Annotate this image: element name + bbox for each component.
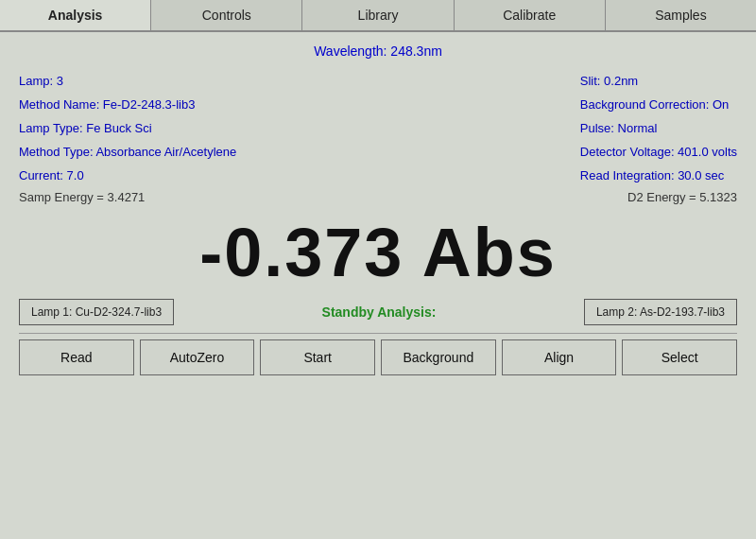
- right-info-item: Slit: 0.2nm: [580, 74, 737, 88]
- align-button[interactable]: Align: [502, 339, 617, 375]
- autozero-button[interactable]: AutoZero: [140, 339, 255, 375]
- left-info-item: Current: 7.0: [19, 168, 236, 183]
- right-info-item: Detector Voltage: 401.0 volts: [580, 145, 737, 159]
- samp-energy: Samp Energy = 3.4271: [19, 190, 145, 204]
- tab-bar: AnalysisControlsLibraryCalibrateSamples: [0, 0, 756, 32]
- tab-controls[interactable]: Controls: [151, 0, 302, 30]
- divider: [19, 333, 737, 334]
- lamp-row: Lamp 1: Cu-D2-324.7-lib3 Standby Analysi…: [19, 299, 737, 325]
- tab-calibrate[interactable]: Calibrate: [455, 0, 606, 30]
- right-info-item: Pulse: Normal: [580, 121, 737, 135]
- lamp1-box: Lamp 1: Cu-D2-324.7-lib3: [19, 299, 174, 325]
- tab-analysis[interactable]: Analysis: [0, 0, 151, 30]
- standby-label: Standby Analysis:: [322, 304, 437, 320]
- wavelength-display: Wavelength: 248.3nm: [19, 43, 737, 59]
- main-content: Wavelength: 248.3nm Lamp: 3Method Name: …: [0, 32, 756, 385]
- background-button[interactable]: Background: [381, 339, 496, 375]
- right-info-item: Read Integration: 30.0 sec: [580, 168, 737, 183]
- left-info-item: Lamp Type: Fe Buck Sci: [19, 121, 236, 135]
- select-button[interactable]: Select: [622, 339, 737, 375]
- right-info-item: Background Correction: On: [580, 97, 737, 112]
- energy-row: Samp Energy = 3.4271 D2 Energy = 5.1323: [19, 190, 737, 204]
- info-grid: Lamp: 3Method Name: Fe-D2-248.3-lib3Lamp…: [19, 74, 737, 183]
- lamp2-box: Lamp 2: As-D2-193.7-lib3: [584, 299, 737, 325]
- left-info-item: Lamp: 3: [19, 74, 236, 88]
- read-button[interactable]: Read: [19, 339, 134, 375]
- wavelength-text: Wavelength: 248.3nm: [314, 43, 442, 59]
- d2-energy: D2 Energy = 5.1323: [627, 190, 737, 204]
- tab-samples[interactable]: Samples: [606, 0, 756, 30]
- left-info-item: Method Type: Absorbance Air/Acetylene: [19, 145, 236, 159]
- abs-reading: -0.373 Abs: [19, 214, 737, 291]
- tab-library[interactable]: Library: [302, 0, 454, 30]
- left-info-item: Method Name: Fe-D2-248.3-lib3: [19, 97, 236, 112]
- left-info-col: Lamp: 3Method Name: Fe-D2-248.3-lib3Lamp…: [19, 74, 236, 183]
- right-info-col: Slit: 0.2nmBackground Correction: OnPuls…: [580, 74, 737, 183]
- start-button[interactable]: Start: [260, 339, 375, 375]
- button-row: ReadAutoZeroStartBackgroundAlignSelect: [19, 339, 737, 375]
